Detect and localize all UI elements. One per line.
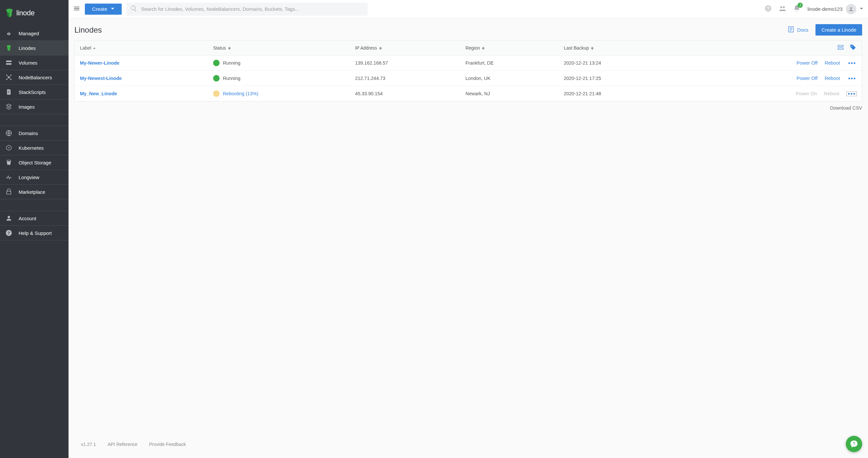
power-action[interactable]: Power Off xyxy=(797,60,817,66)
domains-icon xyxy=(5,129,13,137)
svg-text:?: ? xyxy=(853,441,855,445)
status-dot-icon xyxy=(213,60,220,66)
ip-address: 212.71.244.73 xyxy=(350,71,460,86)
ip-address: 45.33.90.154 xyxy=(350,86,460,101)
create-button[interactable]: Create xyxy=(85,4,122,15)
table-row: My_New_LinodeRebooting (13%)45.33.90.154… xyxy=(75,86,862,101)
col-backup[interactable]: Last Backup xyxy=(559,40,680,56)
create-linode-button[interactable]: Create a Linode xyxy=(815,24,862,36)
more-actions-icon[interactable] xyxy=(846,91,857,96)
linode-link[interactable]: My-Newer-Linode xyxy=(80,60,119,66)
help-icon[interactable]: ? xyxy=(764,5,772,13)
sort-icon xyxy=(482,47,485,50)
kubernetes-icon xyxy=(5,144,13,152)
sidebar-item-account[interactable]: Account xyxy=(0,211,68,226)
status-text: Running xyxy=(223,76,241,81)
linode-link[interactable]: My_New_Linode xyxy=(80,91,117,96)
col-region[interactable]: Region xyxy=(460,40,558,56)
reboot-action[interactable]: Reboot xyxy=(825,76,840,81)
nodebalancers-icon xyxy=(5,73,13,81)
sidebar-item-volumes[interactable]: Volumes xyxy=(0,56,68,70)
docs-label: Docs xyxy=(797,27,808,33)
sidebar-item-help-support[interactable]: ?Help & Support xyxy=(0,226,68,240)
svg-text:?: ? xyxy=(7,231,10,235)
volumes-icon xyxy=(5,59,13,67)
linode-logo-icon xyxy=(5,8,14,18)
api-reference-link[interactable]: API Reference xyxy=(108,442,137,447)
more-actions-icon[interactable] xyxy=(847,61,857,65)
more-actions-icon[interactable] xyxy=(847,76,857,80)
sidebar-item-marketplace[interactable]: Marketplace xyxy=(0,185,68,199)
sidebar-item-linodes[interactable]: Linodes xyxy=(0,41,68,56)
svg-point-31 xyxy=(851,46,852,47)
svg-point-17 xyxy=(7,216,10,218)
sidebar-item-label: Managed xyxy=(19,31,39,36)
search-input[interactable] xyxy=(141,6,364,12)
chevron-down-icon xyxy=(860,6,863,12)
user-menu[interactable]: linode-demo123 xyxy=(807,4,863,14)
col-label[interactable]: Label xyxy=(75,40,208,56)
images-icon xyxy=(5,103,13,110)
svg-rect-8 xyxy=(6,63,12,65)
sidebar-item-longview[interactable]: Longview xyxy=(0,170,68,185)
svg-point-11 xyxy=(10,75,12,76)
list-view-icon[interactable] xyxy=(837,44,844,51)
docs-link[interactable]: Docs xyxy=(787,26,808,34)
svg-text:?: ? xyxy=(767,6,770,11)
col-status[interactable]: Status xyxy=(208,40,350,56)
marketplace-icon xyxy=(5,188,13,196)
sidebar-item-kubernetes[interactable]: Kubernetes xyxy=(0,140,68,155)
sidebar-item-managed[interactable]: Managed xyxy=(0,26,68,41)
svg-point-13 xyxy=(10,79,12,80)
reboot-action[interactable]: Reboot xyxy=(825,60,840,66)
logo-text: linode xyxy=(16,9,35,17)
linode-icon xyxy=(5,44,13,52)
sidebar: linode ManagedLinodesVolumesNodeBalancer… xyxy=(0,0,68,458)
page-header: Linodes Docs Create a Linode xyxy=(74,24,862,36)
managed-icon xyxy=(5,29,13,37)
sidebar-item-label: Linodes xyxy=(19,45,36,51)
power-action: Power On xyxy=(796,91,817,96)
search-bar[interactable] xyxy=(126,3,368,15)
search-icon xyxy=(130,5,141,13)
sidebar-item-object-storage[interactable]: Object Storage xyxy=(0,155,68,170)
sidebar-item-label: Object Storage xyxy=(19,160,51,165)
svg-point-24 xyxy=(850,7,852,9)
menu-toggle-icon[interactable] xyxy=(73,5,80,13)
sidebar-item-nodebalancers[interactable]: NodeBalancers xyxy=(0,70,68,85)
table-row: My-Newest-LinodeRunning212.71.244.73Lond… xyxy=(75,71,862,86)
download-csv-link[interactable]: Download CSV xyxy=(74,105,862,110)
svg-rect-7 xyxy=(6,61,12,62)
notifications-icon[interactable]: 2 xyxy=(793,5,801,13)
svg-point-23 xyxy=(783,6,785,8)
sort-icon xyxy=(93,47,96,49)
avatar-icon xyxy=(846,4,856,14)
col-ip[interactable]: IP Address xyxy=(350,40,460,56)
sort-icon xyxy=(591,47,594,50)
sidebar-item-label: Longview xyxy=(19,174,39,180)
svg-point-12 xyxy=(6,79,7,80)
provide-feedback-link[interactable]: Provide Feedback xyxy=(149,442,186,447)
sidebar-item-stackscripts[interactable]: StackScripts xyxy=(0,85,68,99)
svg-marker-1 xyxy=(7,12,10,18)
status-dot-icon xyxy=(213,75,220,81)
logo[interactable]: linode xyxy=(0,0,68,26)
chat-widget[interactable]: ? xyxy=(846,436,862,452)
page-title: Linodes xyxy=(74,26,102,35)
username: linode-demo123 xyxy=(807,6,842,12)
svg-point-16 xyxy=(8,147,9,149)
power-action[interactable]: Power Off xyxy=(797,76,817,81)
notification-badge: 2 xyxy=(798,3,803,8)
linode-link[interactable]: My-Newest-Linode xyxy=(80,76,122,81)
status-text: Running xyxy=(223,60,241,66)
sidebar-item-images[interactable]: Images xyxy=(0,99,68,114)
svg-point-10 xyxy=(6,75,7,76)
region: Frankfurt, DE xyxy=(460,56,558,71)
chevron-down-icon xyxy=(111,6,115,12)
docs-icon xyxy=(787,26,795,34)
community-icon[interactable] xyxy=(779,5,786,13)
tag-view-icon[interactable] xyxy=(849,44,857,51)
sidebar-item-label: Account xyxy=(19,216,36,221)
create-button-label: Create xyxy=(92,6,107,12)
sidebar-item-domains[interactable]: Domains xyxy=(0,126,68,140)
